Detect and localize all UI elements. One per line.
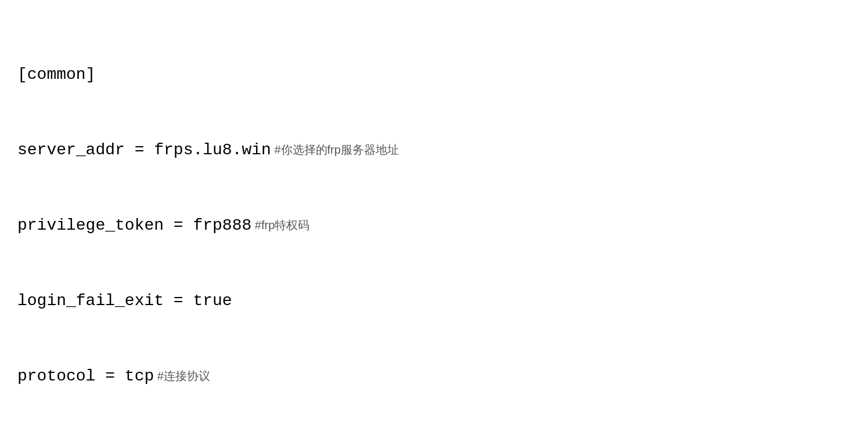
server-addr-comment: #你选择的frp服务器地址 bbox=[271, 143, 399, 156]
line-privilege-token: privilege_token = frp888 #frp特权码 bbox=[17, 213, 851, 238]
privilege-token-text: privilege_token = frp888 bbox=[17, 216, 251, 234]
line-server-addr: server_addr = frps.lu8.win #你选择的frp服务器地址 bbox=[17, 137, 851, 162]
login-fail-exit-text: login_fail_exit = true bbox=[17, 292, 232, 310]
line-common-section: [common] bbox=[17, 62, 851, 87]
protocol-comment: #连接协议 bbox=[154, 370, 210, 383]
protocol-text: protocol = tcp bbox=[17, 367, 154, 385]
privilege-token-comment: #frp特权码 bbox=[251, 219, 309, 231]
server-addr-text: server_addr = frps.lu8.win bbox=[17, 141, 271, 159]
common-section-text: [common] bbox=[17, 66, 95, 84]
line-protocol: protocol = tcp #连接协议 bbox=[17, 364, 851, 389]
line-login-fail-exit: login_fail_exit = true bbox=[17, 288, 851, 313]
config-content: [common] server_addr = frps.lu8.win #你选择… bbox=[17, 12, 851, 435]
